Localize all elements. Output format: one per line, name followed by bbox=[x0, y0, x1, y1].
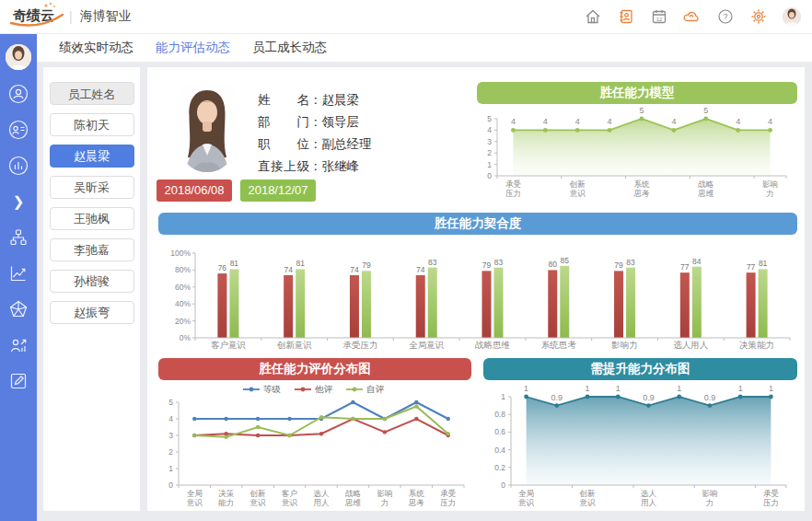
chart-title-evaluation-distribution: 胜任能力评价分布图 bbox=[158, 358, 471, 380]
left-sidebar: ❯ bbox=[0, 33, 37, 521]
profile-list-icon[interactable] bbox=[6, 118, 30, 142]
svg-text:1: 1 bbox=[524, 384, 528, 393]
radar-icon[interactable] bbox=[6, 297, 30, 321]
svg-text:战略思维: 战略思维 bbox=[475, 340, 510, 350]
employee-item-3[interactable]: 王驰枫 bbox=[50, 207, 134, 230]
svg-text:客户意识: 客户意识 bbox=[211, 340, 247, 350]
svg-text:77: 77 bbox=[747, 262, 756, 272]
tab-0[interactable]: 绩效实时动态 bbox=[59, 40, 133, 56]
svg-text:战略思维: 战略思维 bbox=[344, 489, 362, 507]
home-icon[interactable] bbox=[584, 7, 602, 26]
svg-text:4: 4 bbox=[608, 117, 612, 126]
svg-text:0: 0 bbox=[168, 480, 173, 490]
competency-model-chart: 444454544012345承受压力创新意识系统思考战略思维影响力 bbox=[473, 106, 797, 202]
svg-text:客户意识: 客户意识 bbox=[281, 489, 298, 507]
svg-text:0.9: 0.9 bbox=[704, 393, 716, 402]
user-avatar[interactable] bbox=[783, 7, 801, 26]
svg-text:4: 4 bbox=[543, 117, 548, 126]
svg-text:创新意识: 创新意识 bbox=[249, 489, 267, 507]
profile-field-3: 直接上级：张继峰 bbox=[258, 156, 372, 178]
help-icon[interactable]: ? bbox=[716, 7, 735, 26]
svg-text:4: 4 bbox=[511, 117, 516, 126]
svg-text:40%: 40% bbox=[175, 299, 191, 308]
talent-icon[interactable] bbox=[6, 333, 30, 357]
svg-text:0.9: 0.9 bbox=[643, 393, 655, 402]
svg-text:决策能力: 决策能力 bbox=[739, 340, 774, 350]
competency-fit-chart: 7681客户意识7481创新意识7479承受压力7483全局意识7983战略思维… bbox=[158, 238, 797, 353]
collapse-chevron-icon[interactable]: ❯ bbox=[6, 190, 30, 214]
employee-item-6[interactable]: 赵振弯 bbox=[50, 301, 134, 324]
svg-text:影响力: 影响力 bbox=[610, 340, 638, 350]
svg-text:承受压力: 承受压力 bbox=[505, 179, 521, 198]
svg-text:5: 5 bbox=[703, 106, 708, 115]
assessment-dates: 2018/06/082018/12/07 bbox=[157, 179, 316, 202]
svg-text:5: 5 bbox=[487, 114, 492, 123]
profile-field-1: 部门：领导层 bbox=[258, 111, 372, 133]
svg-text:77: 77 bbox=[680, 262, 690, 272]
svg-text:79: 79 bbox=[614, 260, 623, 270]
company-name: 海博智业 bbox=[80, 8, 132, 25]
svg-text:等级: 等级 bbox=[263, 384, 281, 394]
svg-text:1: 1 bbox=[769, 384, 773, 393]
brand-logo[interactable]: 奇绩云 | 海博智业 bbox=[9, 5, 132, 29]
tab-bar: 绩效实时动态能力评估动态员工成长动态 bbox=[37, 33, 812, 62]
profile-field-0: 姓名：赵晨梁 bbox=[258, 89, 372, 111]
svg-text:81: 81 bbox=[230, 259, 239, 268]
date-badge-1[interactable]: 2018/12/07 bbox=[240, 179, 316, 202]
svg-text:85: 85 bbox=[561, 256, 570, 265]
employee-item-0[interactable]: 陈初天 bbox=[50, 113, 134, 136]
content-area: 员工姓名 陈初天赵晨梁吴昕采王驰枫李驰嘉孙楷骏赵振弯 姓名：赵晨梁部门：领导层职… bbox=[37, 62, 812, 521]
svg-text:1: 1 bbox=[586, 384, 590, 393]
svg-text:1: 1 bbox=[168, 464, 173, 473]
svg-text:5: 5 bbox=[639, 106, 644, 115]
trend-icon[interactable] bbox=[6, 261, 30, 285]
members-icon[interactable] bbox=[6, 82, 30, 106]
contacts-icon[interactable] bbox=[617, 7, 635, 26]
svg-text:4: 4 bbox=[736, 117, 740, 126]
improvement-distribution-chart: 10.9110.910.91100.20.40.60.81全局意识创新意识选人用… bbox=[483, 382, 797, 511]
svg-text:0.2: 0.2 bbox=[494, 463, 505, 472]
org-tree-icon[interactable] bbox=[6, 226, 30, 249]
svg-text:选人用人: 选人用人 bbox=[673, 340, 709, 350]
svg-text:1: 1 bbox=[677, 384, 681, 393]
svg-text:4: 4 bbox=[168, 414, 173, 423]
svg-text:1: 1 bbox=[487, 160, 492, 169]
calendar-icon[interactable]: 12 bbox=[650, 7, 668, 26]
svg-text:影响力: 影响力 bbox=[702, 489, 717, 507]
svg-text:创新意识: 创新意识 bbox=[277, 340, 313, 350]
svg-text:76: 76 bbox=[218, 263, 227, 272]
app-window: 奇绩云 | 海博智业 12 ? bbox=[0, 0, 812, 521]
svg-text:系统思考: 系统思考 bbox=[633, 179, 651, 198]
date-badge-0[interactable]: 2018/06/08 bbox=[157, 179, 232, 202]
edit-icon[interactable] bbox=[6, 369, 30, 393]
svg-text:81: 81 bbox=[296, 259, 305, 268]
svg-text:0: 0 bbox=[501, 480, 505, 490]
profile-fields: 姓名：赵晨梁部门：领导层职位：副总经理直接上级：张继峰 bbox=[258, 89, 372, 178]
logo-text: 奇绩云 bbox=[9, 7, 60, 27]
employee-item-1[interactable]: 赵晨梁 bbox=[50, 145, 134, 168]
svg-text:他评: 他评 bbox=[314, 384, 333, 394]
sidebar-user-avatar[interactable] bbox=[6, 44, 31, 70]
stats-icon[interactable] bbox=[6, 154, 30, 178]
svg-text:承受压力: 承受压力 bbox=[440, 489, 456, 507]
svg-text:74: 74 bbox=[350, 265, 359, 274]
tab-2[interactable]: 员工成长动态 bbox=[252, 40, 327, 56]
svg-text:全局意识: 全局意识 bbox=[517, 489, 535, 507]
tab-1[interactable]: 能力评估动态 bbox=[156, 40, 230, 56]
svg-text:全局意识: 全局意识 bbox=[186, 489, 203, 507]
employee-item-5[interactable]: 孙楷骏 bbox=[50, 270, 134, 293]
settings-icon[interactable] bbox=[749, 7, 768, 26]
svg-text:4: 4 bbox=[671, 117, 676, 126]
employee-item-2[interactable]: 吴昕采 bbox=[50, 176, 134, 199]
svg-text:2: 2 bbox=[168, 447, 173, 457]
cloud-icon[interactable] bbox=[683, 7, 702, 26]
svg-text:影响力: 影响力 bbox=[762, 179, 778, 198]
svg-text:创新意识: 创新意识 bbox=[579, 489, 597, 507]
svg-text:全局意识: 全局意识 bbox=[409, 340, 445, 350]
svg-text:4: 4 bbox=[768, 117, 772, 126]
logo-divider: | bbox=[69, 9, 73, 24]
svg-text:83: 83 bbox=[494, 258, 504, 267]
employee-item-4[interactable]: 李驰嘉 bbox=[50, 238, 134, 261]
employee-photo bbox=[179, 86, 236, 172]
svg-text:0.4: 0.4 bbox=[494, 446, 505, 455]
